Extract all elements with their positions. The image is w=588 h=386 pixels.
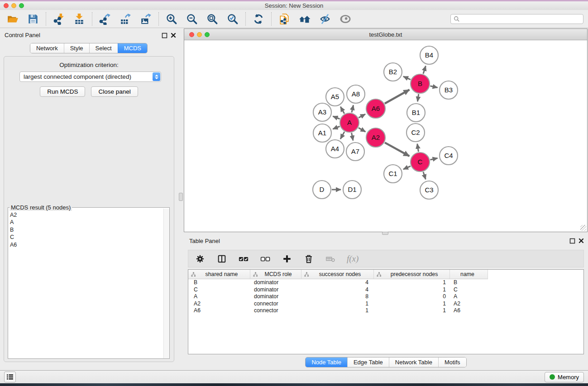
zoom-in-button[interactable] (165, 13, 178, 25)
table-cell[interactable]: 1 (301, 307, 374, 315)
network-node[interactable]: A4 (326, 140, 344, 158)
table-cell[interactable]: 1 (374, 279, 450, 286)
network-node[interactable]: A3 (313, 103, 331, 121)
network-node[interactable]: A1 (313, 124, 331, 142)
zoom-window-button[interactable] (19, 3, 24, 8)
table-cell[interactable]: connector (250, 300, 301, 308)
deselect-all-rows-button[interactable] (260, 253, 271, 264)
search-input[interactable] (462, 15, 580, 22)
table-cell[interactable]: B (450, 279, 488, 286)
resize-grip[interactable] (580, 225, 586, 231)
column-header-name[interactable]: name (450, 270, 488, 279)
export-network-button[interactable] (99, 13, 111, 25)
zoom-out-button[interactable] (186, 13, 198, 25)
network-edge[interactable] (417, 94, 418, 101)
network-window-titlebar[interactable]: testGlobe.txt (184, 29, 587, 40)
table-settings-button[interactable] (195, 253, 206, 264)
network-node[interactable]: A2 (366, 128, 385, 147)
mcds-result-item[interactable]: A (10, 219, 162, 226)
close-panel-button[interactable]: Close panel (91, 86, 138, 97)
table-cell[interactable]: dominator (250, 286, 301, 294)
network-canvas[interactable]: AA1A2A3A4A5A6A7A8BB1B2B3B4CC1C2C3C4DD1 (184, 41, 587, 232)
table-cell[interactable]: 0 (374, 293, 450, 300)
add-button[interactable] (282, 253, 292, 264)
mcds-result-item[interactable]: A6 (10, 241, 162, 248)
network-edge[interactable] (359, 114, 365, 118)
table-cell[interactable]: A6 (450, 307, 488, 315)
destroy-table-button[interactable] (325, 253, 336, 264)
table-cell[interactable]: 8 (301, 293, 374, 300)
network-close-button[interactable] (189, 32, 194, 37)
import-network-button[interactable] (53, 13, 65, 25)
table-cell[interactable]: C (188, 286, 250, 294)
column-header-shared-name[interactable]: shared name (188, 270, 250, 279)
mcds-result-scrollbar[interactable] (163, 209, 169, 358)
hide-graphics-details-button[interactable] (319, 13, 331, 25)
refresh-button[interactable] (252, 13, 265, 25)
network-node[interactable]: B4 (420, 46, 438, 64)
table-cell[interactable]: A (188, 293, 250, 300)
tab-edge-table[interactable]: Edge Table (347, 357, 389, 367)
network-node[interactable]: C (411, 152, 430, 172)
network-edge[interactable] (417, 144, 419, 152)
export-image-button[interactable] (139, 13, 152, 25)
table-cell[interactable]: A2 (450, 300, 488, 308)
mcds-result-item[interactable]: A2 (10, 211, 162, 219)
tab-style[interactable]: Style (64, 43, 89, 53)
vertical-split-handle[interactable] (179, 193, 183, 201)
network-node[interactable]: D1 (343, 181, 361, 199)
criterion-select[interactable]: largest connected component (directed) (19, 71, 161, 82)
run-mcds-button[interactable]: Run MCDS (40, 86, 85, 97)
network-zoom-button[interactable] (205, 32, 210, 37)
network-node[interactable]: C2 (406, 124, 425, 142)
network-edge[interactable] (430, 158, 437, 160)
delete-button[interactable] (303, 253, 314, 264)
network-node[interactable]: B (411, 74, 430, 93)
network-node[interactable]: C1 (384, 165, 402, 183)
network-node[interactable]: B3 (440, 81, 458, 99)
table-cell[interactable]: 1 (374, 286, 450, 294)
toggle-columns-button[interactable] (216, 253, 227, 264)
control-panel-close-button[interactable] (170, 33, 176, 38)
mcds-result-item[interactable]: B (10, 226, 162, 234)
network-from-file-button[interactable] (278, 13, 291, 25)
save-session-button[interactable] (27, 13, 39, 25)
table-cell[interactable]: B (188, 279, 250, 286)
network-node[interactable]: A7 (346, 143, 364, 161)
network-node[interactable]: A5 (326, 88, 344, 106)
table-cell[interactable]: connector (250, 307, 301, 315)
tab-motifs[interactable]: Motifs (438, 357, 466, 367)
column-header-predecessor-nodes[interactable]: predecessor nodes (374, 270, 450, 279)
zoom-fit-button[interactable] (206, 13, 219, 25)
memory-button[interactable]: Memory (545, 372, 584, 382)
network-node[interactable]: B1 (407, 104, 425, 122)
network-edge[interactable] (385, 90, 409, 104)
network-node[interactable]: A8 (347, 85, 365, 103)
table-cell[interactable]: C (450, 286, 488, 294)
tab-select[interactable]: Select (89, 43, 118, 53)
table-cell[interactable]: A (450, 293, 488, 300)
table-row[interactable]: A6connector11A6 (188, 307, 583, 315)
table-cell[interactable]: dominator (250, 279, 301, 286)
tab-node-table[interactable]: Node Table (306, 357, 347, 367)
column-header-successor-nodes[interactable]: successor nodes (301, 270, 374, 279)
table-row[interactable]: Cdominator41C (188, 286, 583, 294)
network-node[interactable]: A6 (366, 99, 385, 118)
network-edge[interactable] (430, 86, 437, 88)
network-node[interactable]: A (340, 113, 359, 132)
tab-mcds[interactable]: MCDS (118, 43, 147, 53)
network-edge[interactable] (403, 76, 411, 80)
table-cell[interactable]: A2 (188, 300, 250, 308)
close-window-button[interactable] (4, 3, 9, 8)
control-panel-float-button[interactable] (162, 33, 167, 38)
network-edge[interactable] (423, 172, 425, 179)
import-table-button[interactable] (73, 13, 86, 25)
table-row[interactable]: Bdominator41B (188, 279, 583, 286)
table-row[interactable]: Adominator80A (188, 293, 583, 300)
network-minimize-button[interactable] (197, 32, 202, 37)
table-cell[interactable]: A6 (188, 307, 250, 315)
table-cell[interactable]: 4 (301, 279, 374, 286)
table-cell[interactable]: 1 (301, 300, 374, 308)
table-panel-close-button[interactable] (578, 238, 584, 244)
network-node[interactable]: B2 (384, 63, 402, 81)
